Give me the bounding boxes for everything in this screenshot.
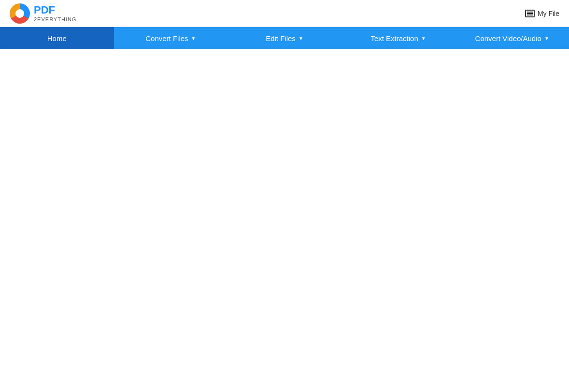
logo: PDF 2EVERYTHING <box>10 3 76 24</box>
nav-convert-video-audio-arrow: ▼ <box>544 36 549 41</box>
nav-item-text-extraction[interactable]: Text Extraction ▼ <box>341 27 455 49</box>
my-file-button[interactable]: My File <box>525 10 559 17</box>
my-file-icon <box>525 10 535 17</box>
nav-convert-files-arrow: ▼ <box>191 36 196 41</box>
header: PDF 2EVERYTHING My File <box>0 0 569 27</box>
my-file-label: My File <box>538 10 559 17</box>
nav-item-home[interactable]: Home <box>0 27 114 49</box>
logo-sub-text: 2EVERYTHING <box>34 16 76 22</box>
logo-text: PDF 2EVERYTHING <box>34 4 76 22</box>
logo-pdf-text: PDF <box>34 4 76 16</box>
nav-convert-video-audio-label: Convert Video/Audio <box>475 34 541 42</box>
nav-item-edit-files[interactable]: Edit Files ▼ <box>228 27 341 49</box>
nav-wrapper: Home Convert Files ▼ Edit Files ▼ Text E… <box>0 27 569 49</box>
nav-edit-files-label: Edit Files <box>266 34 296 42</box>
nav-item-convert-video-audio[interactable]: Convert Video/Audio ▼ <box>455 27 569 49</box>
logo-inner-circle <box>15 9 24 18</box>
nav-item-convert-files[interactable]: Convert Files ▼ <box>114 27 228 49</box>
nav-bar: Home Convert Files ▼ Edit Files ▼ Text E… <box>0 27 569 49</box>
nav-edit-files-arrow: ▼ <box>299 36 303 41</box>
nav-convert-files-label: Convert Files <box>145 34 188 42</box>
logo-icon <box>10 3 30 24</box>
nav-home-label: Home <box>47 34 67 42</box>
nav-text-extraction-arrow: ▼ <box>421 36 426 41</box>
nav-text-extraction-label: Text Extraction <box>370 34 418 42</box>
